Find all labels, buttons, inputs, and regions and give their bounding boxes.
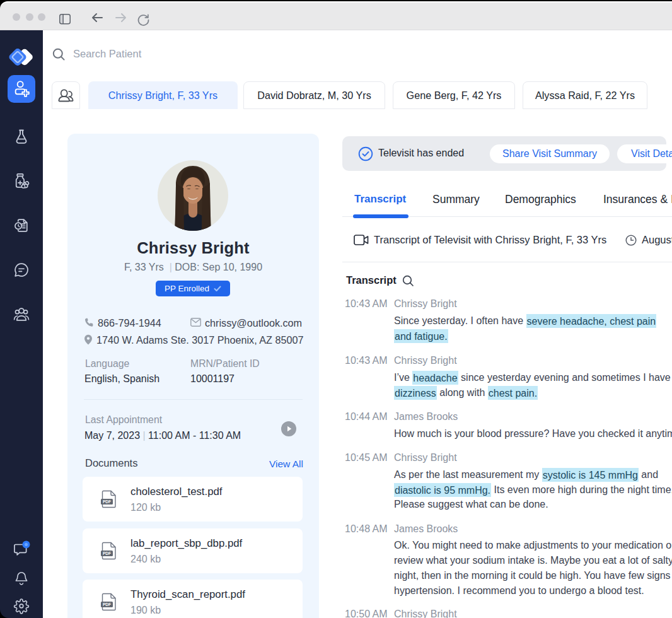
- svg-text:PDF: PDF: [103, 602, 111, 607]
- svg-text:PDF: PDF: [103, 499, 111, 504]
- svg-text:PDF: PDF: [103, 551, 111, 556]
